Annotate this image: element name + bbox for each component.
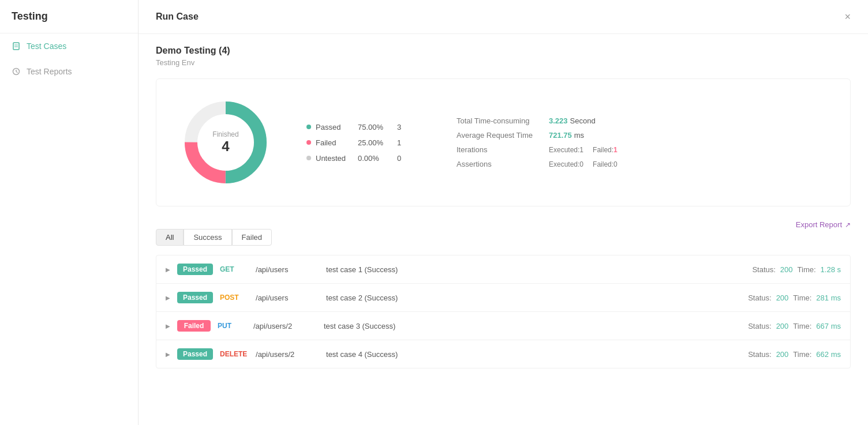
sidebar-item-test-reports-label: Test Reports <box>27 67 72 76</box>
legend: Passed 75.00% 3 Failed 25.00% 1 Untested… <box>306 123 422 163</box>
status-badge: Passed <box>177 292 213 303</box>
legend-pct-passed: 75.00% <box>358 123 392 131</box>
row-stats: Status: 200 Time: 1.28 s <box>752 265 841 274</box>
legend-dot-untested <box>306 156 311 160</box>
legend-count-passed: 3 <box>397 123 401 131</box>
legend-count-untested: 0 <box>397 154 401 163</box>
stats-assertions-failed: Failed:0 <box>593 160 618 168</box>
stats-avg-time-label: Average Request Time <box>457 131 549 140</box>
panel-title: Run Case <box>156 12 199 22</box>
tab-success[interactable]: Success <box>184 229 231 246</box>
stats-total-time-unit: Second <box>570 116 596 125</box>
method-badge: GET <box>220 265 249 273</box>
case-name: test case 4 (Success) <box>326 350 741 359</box>
legend-count-failed: 1 <box>397 138 401 147</box>
row-stats: Status: 200 Time: 667 ms <box>748 322 841 330</box>
export-icon: ↗ <box>845 221 851 229</box>
stats-iterations: Iterations Executed:1 Failed: 1 <box>457 145 827 154</box>
endpoint: /api/users/2 <box>256 350 319 359</box>
status-code: 200 <box>776 294 789 302</box>
row-stats: Status: 200 Time: 662 ms <box>748 350 841 359</box>
status-code: 200 <box>776 350 789 359</box>
legend-dot-passed <box>306 125 311 129</box>
chart-section: Finished 4 Passed 75.00% 3 Failed <box>156 78 851 206</box>
sidebar-item-test-cases[interactable]: Test Cases <box>0 33 138 59</box>
panel-header: Run Case × <box>139 0 868 34</box>
tab-failed[interactable]: Failed <box>232 229 272 246</box>
expand-icon[interactable]: ▶ <box>166 351 170 358</box>
stats-total-time-label: Total Time-consuming <box>457 116 549 125</box>
stats-total-time: Total Time-consuming 3.223 Second <box>457 116 827 125</box>
stats-iterations-label: Iterations <box>457 145 549 154</box>
legend-dot-failed <box>306 140 311 145</box>
endpoint: /api/users <box>256 265 319 274</box>
time-label: Time: <box>798 265 816 274</box>
endpoint: /api/users/2 <box>253 322 317 330</box>
status-code: 200 <box>780 265 793 274</box>
time-label: Time: <box>793 350 811 359</box>
case-name: test case 2 (Success) <box>326 294 741 302</box>
sidebar-item-test-reports[interactable]: Test Reports <box>0 59 138 84</box>
stats-iterations-executed: Executed:1 <box>549 146 583 154</box>
method-badge: DELETE <box>220 350 249 358</box>
legend-item-untested: Untested 0.00% 0 <box>306 154 422 163</box>
expand-icon[interactable]: ▶ <box>166 295 170 301</box>
method-badge: POST <box>220 294 249 302</box>
status-label: Status: <box>748 294 771 302</box>
stats-section: Total Time-consuming 3.223 Second Averag… <box>457 116 827 168</box>
case-name: test case 1 (Success) <box>326 265 745 274</box>
expand-icon[interactable]: ▶ <box>166 266 170 273</box>
svg-rect-0 <box>13 43 19 50</box>
export-report-label: Export Report <box>796 220 842 229</box>
legend-name-untested: Untested <box>316 154 353 163</box>
file-icon <box>12 42 21 51</box>
run-env: Testing Env <box>156 58 851 67</box>
time-value: 1.28 s <box>821 265 841 274</box>
method-badge: PUT <box>218 322 246 330</box>
stats-assertions-label: Assertions <box>457 160 549 168</box>
export-row: Export Report ↗ <box>156 220 851 229</box>
export-report-button[interactable]: Export Report ↗ <box>796 220 851 229</box>
sidebar-title: Testing <box>0 0 138 33</box>
status-label: Status: <box>752 265 775 274</box>
legend-pct-failed: 25.00% <box>358 138 392 147</box>
tab-all[interactable]: All <box>156 229 184 246</box>
legend-name-passed: Passed <box>316 123 353 131</box>
clock-icon <box>12 67 21 76</box>
time-value: 667 ms <box>816 322 841 330</box>
time-value: 662 ms <box>816 350 841 359</box>
legend-pct-untested: 0.00% <box>358 154 392 163</box>
stats-assertions: Assertions Executed:0 Failed:0 <box>457 160 827 168</box>
donut-chart: Finished 4 <box>179 96 272 189</box>
donut-label-title: Finished <box>212 130 238 138</box>
case-name: test case 3 (Success) <box>324 322 741 330</box>
stats-total-time-value: 3.223 <box>549 116 568 125</box>
endpoint: /api/users <box>256 294 319 302</box>
time-label: Time: <box>793 322 811 330</box>
expand-icon[interactable]: ▶ <box>166 323 170 329</box>
stats-iterations-failed-label: Failed: <box>593 146 613 154</box>
row-stats: Status: 200 Time: 281 ms <box>748 294 841 302</box>
donut-label-count: 4 <box>212 138 238 155</box>
status-code: 200 <box>776 322 789 330</box>
legend-item-failed: Failed 25.00% 1 <box>306 138 422 147</box>
stats-avg-time: Average Request Time 721.75 ms <box>457 131 827 140</box>
tabs: All Success Failed <box>156 229 851 246</box>
svg-line-5 <box>16 72 18 73</box>
stats-assertions-executed: Executed:0 <box>549 160 583 168</box>
panel-body: Demo Testing (4) Testing Env <box>139 34 868 425</box>
table-row: ▶ Failed PUT /api/users/2 test case 3 (S… <box>156 312 850 340</box>
legend-item-passed: Passed 75.00% 3 <box>306 123 422 131</box>
close-button[interactable]: × <box>844 12 851 22</box>
stats-iterations-failed-value: 1 <box>613 146 618 154</box>
status-badge: Passed <box>177 264 213 275</box>
sidebar: Testing Test Cases Test Reports <box>0 0 139 425</box>
legend-name-failed: Failed <box>316 138 353 147</box>
run-name: Demo Testing (4) <box>156 46 851 56</box>
table-row: ▶ Passed POST /api/users test case 2 (Su… <box>156 284 850 312</box>
time-label: Time: <box>793 294 811 302</box>
status-label: Status: <box>748 350 771 359</box>
time-value: 281 ms <box>816 294 841 302</box>
panel: Run Case × Demo Testing (4) Testing Env <box>139 0 868 425</box>
status-badge: Passed <box>177 348 213 360</box>
